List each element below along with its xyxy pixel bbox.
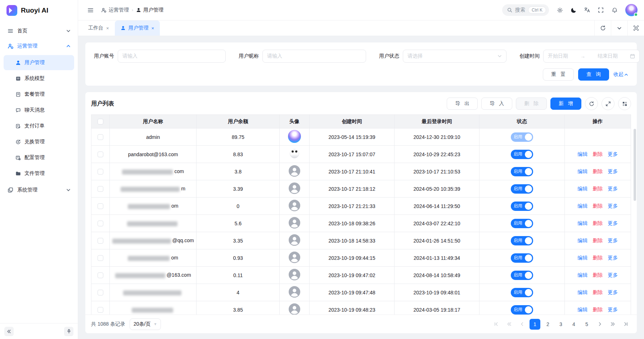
delete-link[interactable]: 删除 xyxy=(593,255,603,261)
dark-mode-moon-icon[interactable] xyxy=(568,4,579,16)
status-toggle[interactable]: 启用 xyxy=(511,167,533,176)
fullscreen-icon[interactable] xyxy=(595,4,607,16)
next-page-button[interactable] xyxy=(594,319,605,330)
sidebar-subitem-file[interactable]: 文件管理 xyxy=(4,166,74,181)
sidebar-subitem-order[interactable]: 支付订单 xyxy=(4,118,74,134)
select-all-checkbox[interactable] xyxy=(98,119,103,125)
export-button[interactable]: 导 出 xyxy=(447,98,478,110)
delete-link[interactable]: 删除 xyxy=(593,220,603,226)
edit-link[interactable]: 编辑 xyxy=(577,220,587,226)
page-number-4[interactable]: 4 xyxy=(568,319,579,330)
settings-gear-icon[interactable] xyxy=(554,4,566,16)
delete-link[interactable]: 删除 xyxy=(593,151,603,157)
import-button[interactable]: 导 入 xyxy=(481,98,512,110)
more-link[interactable]: 更多 xyxy=(608,186,618,191)
close-icon[interactable]: × xyxy=(106,26,109,31)
first-page-button[interactable] xyxy=(491,319,501,330)
page-size-select[interactable]: 20条/页 ▼ xyxy=(130,318,161,330)
sidebar-subitem-package[interactable]: 套餐管理 xyxy=(4,87,74,102)
more-link[interactable]: 更多 xyxy=(608,255,618,261)
sidebar-collapse-button[interactable] xyxy=(4,327,14,336)
add-button[interactable]: 新 增 xyxy=(550,98,581,110)
edit-link[interactable]: 编辑 xyxy=(577,203,587,209)
date-range-picker[interactable]: 开始日期 → 结束日期 xyxy=(543,50,640,63)
global-search[interactable]: 搜索 Ctrl K xyxy=(502,4,549,16)
edit-link[interactable]: 编辑 xyxy=(577,168,587,174)
row-checkbox[interactable] xyxy=(98,255,103,261)
search-button[interactable]: 查 询 xyxy=(578,68,609,81)
status-toggle[interactable]: 启用 xyxy=(511,202,533,211)
status-toggle[interactable]: 启用 xyxy=(511,184,533,194)
account-input[interactable]: 请输入 xyxy=(118,50,226,63)
status-toggle[interactable]: 启用 xyxy=(511,271,533,280)
row-checkbox[interactable] xyxy=(98,134,103,140)
status-toggle[interactable]: 启用 xyxy=(511,305,533,315)
sidebar-subitem-user[interactable]: 用户管理 xyxy=(4,55,74,70)
edit-link[interactable]: 编辑 xyxy=(577,255,587,261)
close-icon[interactable]: × xyxy=(152,26,154,31)
edit-link[interactable]: 编辑 xyxy=(577,272,587,278)
delete-link[interactable]: 删除 xyxy=(593,203,603,209)
more-link[interactable]: 更多 xyxy=(608,220,618,226)
sidebar-item-operations[interactable]: 运营管理 xyxy=(4,39,74,54)
tab-options-chevron-icon[interactable] xyxy=(611,21,627,36)
row-checkbox[interactable] xyxy=(98,186,103,192)
more-link[interactable]: 更多 xyxy=(608,168,618,174)
more-link[interactable]: 更多 xyxy=(608,238,618,243)
last-page-button[interactable] xyxy=(620,319,631,330)
sidebar-item-system[interactable]: 系统管理 xyxy=(4,182,74,198)
more-link[interactable]: 更多 xyxy=(608,307,618,312)
status-toggle[interactable]: 启用 xyxy=(511,253,533,263)
pin-sidebar-button[interactable] xyxy=(64,327,73,336)
sidebar-subitem-model[interactable]: 系统模型 xyxy=(4,71,74,86)
forward-five-pages-button[interactable] xyxy=(607,319,618,330)
row-checkbox[interactable] xyxy=(98,272,103,278)
expand-table-icon[interactable] xyxy=(602,97,614,110)
notifications-bell-icon[interactable] xyxy=(609,4,620,16)
page-number-5[interactable]: 5 xyxy=(581,319,592,330)
delete-link[interactable]: 删除 xyxy=(593,168,603,174)
delete-link[interactable]: 删除 xyxy=(593,307,603,312)
delete-link[interactable]: 删除 xyxy=(593,238,603,243)
tab-workbench[interactable]: 工作台 × xyxy=(82,21,115,36)
delete-button[interactable]: 删 除 xyxy=(516,98,547,110)
status-select[interactable]: 请选择 xyxy=(403,50,506,63)
page-number-2[interactable]: 2 xyxy=(542,319,553,330)
row-checkbox[interactable] xyxy=(98,307,103,313)
row-checkbox[interactable] xyxy=(98,152,103,157)
delete-link[interactable]: 删除 xyxy=(593,289,603,295)
previous-page-button[interactable] xyxy=(517,319,527,330)
status-toggle[interactable]: 启用 xyxy=(511,132,533,142)
sidebar-subitem-config[interactable]: 配置管理 xyxy=(4,150,74,165)
status-toggle[interactable]: 启用 xyxy=(511,236,533,245)
breadcrumb-parent[interactable]: 运营管理 xyxy=(101,7,129,13)
row-checkbox[interactable] xyxy=(98,221,103,226)
back-five-pages-button[interactable] xyxy=(504,319,514,330)
content-fullscreen-icon[interactable] xyxy=(627,21,644,36)
language-translate-icon[interactable] xyxy=(581,4,593,16)
vertical-scrollbar-thumb[interactable] xyxy=(634,129,636,201)
hamburger-menu-icon[interactable] xyxy=(85,4,96,16)
edit-link[interactable]: 编辑 xyxy=(577,186,587,191)
refresh-table-icon[interactable] xyxy=(585,97,598,110)
sidebar-subitem-exchange[interactable]: 兑换管理 xyxy=(4,134,74,149)
edit-link[interactable]: 编辑 xyxy=(577,238,587,243)
row-checkbox[interactable] xyxy=(98,238,103,244)
status-toggle[interactable]: 启用 xyxy=(511,219,533,228)
row-checkbox[interactable] xyxy=(98,169,103,175)
edit-link[interactable]: 编辑 xyxy=(577,307,587,312)
page-number-1[interactable]: 1 xyxy=(530,319,540,330)
more-link[interactable]: 更多 xyxy=(608,289,618,295)
tab-user-management[interactable]: 用户管理 × xyxy=(115,21,160,36)
edit-link[interactable]: 编辑 xyxy=(577,151,587,157)
sidebar-item-home[interactable]: 首页 xyxy=(4,23,74,39)
column-settings-icon[interactable] xyxy=(618,97,631,110)
row-checkbox[interactable] xyxy=(98,203,103,209)
delete-link[interactable]: 删除 xyxy=(593,272,603,278)
status-toggle[interactable]: 启用 xyxy=(511,150,533,159)
row-checkbox[interactable] xyxy=(98,290,103,295)
more-link[interactable]: 更多 xyxy=(608,272,618,278)
collapse-filter-link[interactable]: 收起 xyxy=(613,71,628,78)
delete-link[interactable]: 删除 xyxy=(593,186,603,191)
reset-button[interactable]: 重 置 xyxy=(543,68,574,81)
